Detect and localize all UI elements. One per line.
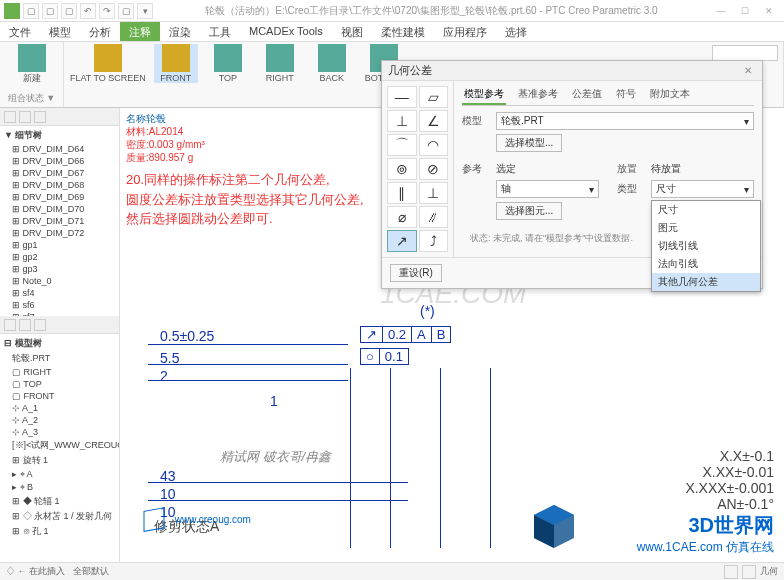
gtol-symbol[interactable]: — (387, 86, 417, 108)
qat-save[interactable]: ▢ (61, 3, 77, 19)
ribbon-right[interactable]: RIGHT (258, 44, 302, 83)
window-close[interactable]: ✕ (758, 4, 780, 18)
tab-mcadex[interactable]: MCADEx Tools (240, 22, 332, 41)
ribbon-new[interactable]: 新建 (6, 44, 57, 83)
qat-new[interactable]: ▢ (23, 3, 39, 19)
dropdown-option[interactable]: 图元 (652, 219, 760, 237)
place-type-dropdown[interactable]: 尺寸图元切线引线法向引线其他几何公差 (651, 200, 761, 292)
model-tree[interactable]: ⊟ 模型树 轮毂.PRT▢ RIGHT▢ TOP▢ FRONT⊹ A_1⊹ A_… (0, 334, 119, 562)
detail-tree-item[interactable]: ⊞ sf6 (2, 299, 117, 311)
dlg-tab-addtext[interactable]: 附加文本 (648, 85, 692, 105)
detail-tree-item[interactable]: ⊞ DRV_DIM_D66 (2, 155, 117, 167)
tab-view[interactable]: 视图 (332, 22, 372, 41)
model-tree-item[interactable]: ▢ TOP (2, 378, 117, 390)
detail-tree-item[interactable]: ⊞ DRV_DIM_D72 (2, 227, 117, 239)
tab-render[interactable]: 渲染 (160, 22, 200, 41)
dlg-tab-symbol[interactable]: 符号 (614, 85, 638, 105)
detail-tree-item[interactable]: ⊞ DRV_DIM_D69 (2, 191, 117, 203)
gtol-symbol[interactable]: ◠ (419, 134, 449, 156)
tree-tool-1[interactable] (4, 111, 16, 123)
detail-tree-item[interactable]: ⊞ DRV_DIM_D68 (2, 179, 117, 191)
model-tree-item[interactable]: ⊹ A_2 (2, 414, 117, 426)
model-tree-item[interactable]: 轮毂.PRT (2, 351, 117, 366)
select-model-button[interactable]: 选择模型... (496, 134, 562, 152)
detail-tree-item[interactable]: ⊞ DRV_DIM_D70 (2, 203, 117, 215)
dropdown-option[interactable]: 尺寸 (652, 201, 760, 219)
model-tree-item[interactable]: ⊞ 旋转 1 (2, 453, 117, 468)
tab-flex[interactable]: 柔性建模 (372, 22, 434, 41)
tree-tool-a[interactable] (4, 319, 16, 331)
place-type-select[interactable]: 尺寸▾ (651, 180, 754, 198)
gtol-symbol[interactable]: ⤴ (419, 230, 449, 252)
tab-apps[interactable]: 应用程序 (434, 22, 496, 41)
qat-undo[interactable]: ↶ (80, 3, 96, 19)
model-tree-item[interactable]: ▢ RIGHT (2, 366, 117, 378)
gtol-frame-2[interactable]: ○0.1 (360, 348, 409, 365)
model-tree-item[interactable]: ▸ ⌖ B (2, 481, 117, 494)
tree-tool-c[interactable] (34, 319, 46, 331)
qat-regen[interactable]: ▢ (118, 3, 134, 19)
tab-select[interactable]: 选择 (496, 22, 536, 41)
tab-tools[interactable]: 工具 (200, 22, 240, 41)
detail-tree-item[interactable]: ⊞ gp3 (2, 263, 117, 275)
model-tree-item[interactable]: ▸ ⌖ A (2, 468, 117, 481)
ref-type-select[interactable]: 轴▾ (496, 180, 599, 198)
detail-tree-item[interactable]: ⊞ gp1 (2, 239, 117, 251)
gtol-symbol[interactable]: ⊥ (419, 182, 449, 204)
window-min[interactable]: — (710, 4, 732, 18)
tab-model[interactable]: 模型 (40, 22, 80, 41)
ribbon-top[interactable]: TOP (206, 44, 250, 83)
ribbon-search-input[interactable] (712, 45, 778, 61)
ribbon-front[interactable]: FRONT (154, 44, 198, 83)
model-select[interactable]: 轮毂.PRT▾ (496, 112, 754, 130)
gtol-symbol[interactable]: ↗ (387, 230, 417, 252)
gtol-symbol[interactable]: ⌒ (387, 134, 417, 156)
qat-more[interactable]: ▾ (137, 3, 153, 19)
detail-tree-header[interactable]: ▼ 细节树 (2, 128, 117, 143)
gtol-symbol[interactable]: ⫽ (419, 206, 449, 228)
qat-open[interactable]: ▢ (42, 3, 58, 19)
app-icon[interactable] (4, 3, 20, 19)
dropdown-option[interactable]: 切线引线 (652, 237, 760, 255)
reset-button[interactable]: 重设(R) (390, 264, 442, 282)
tree-tool-b[interactable] (19, 319, 31, 331)
gtol-frame-1[interactable]: ↗0.2AB (360, 326, 451, 343)
qat-redo[interactable]: ↷ (99, 3, 115, 19)
gtol-symbol[interactable]: ∥ (387, 182, 417, 204)
select-entity-button[interactable]: 选择图元... (496, 202, 562, 220)
dlg-tab-modelref[interactable]: 模型参考 (462, 85, 506, 105)
detail-tree-item[interactable]: ⊞ gp2 (2, 251, 117, 263)
sb-ico[interactable] (742, 565, 756, 579)
dropdown-option[interactable]: 其他几何公差 (652, 273, 760, 291)
tab-analysis[interactable]: 分析 (80, 22, 120, 41)
ribbon-back[interactable]: BACK (310, 44, 354, 83)
tree-tool-3[interactable] (34, 111, 46, 123)
tab-file[interactable]: 文件 (0, 22, 40, 41)
tab-annotate[interactable]: 注释 (120, 22, 160, 41)
sb-filter[interactable]: 几何 (760, 565, 778, 579)
model-tree-header[interactable]: ⊟ 模型树 (2, 336, 117, 351)
ribbon-flat[interactable]: FLAT TO SCREEN (70, 44, 146, 83)
sb-item[interactable]: ♢ ← 在此插入 (6, 565, 65, 578)
model-tree-item[interactable]: [※]<试网_WWW_CREOUG_COM (2, 438, 117, 453)
gtol-symbol[interactable]: ⌀ (387, 206, 417, 228)
model-tree-item[interactable]: ⊹ A_3 (2, 426, 117, 438)
detail-tree-item[interactable]: ⊞ DRV_DIM_D67 (2, 167, 117, 179)
window-max[interactable]: ☐ (734, 4, 756, 18)
gtol-symbol[interactable]: ∠ (419, 110, 449, 132)
gtol-symbol[interactable]: ⊘ (419, 158, 449, 180)
detail-tree-item[interactable]: ⊞ DRV_DIM_D71 (2, 215, 117, 227)
detail-tree[interactable]: ▼ 细节树 ⊞ DRV_DIM_D64⊞ DRV_DIM_D66⊞ DRV_DI… (0, 126, 119, 316)
model-tree-item[interactable]: ▢ FRONT (2, 390, 117, 402)
tree-tool-2[interactable] (19, 111, 31, 123)
dropdown-option[interactable]: 法向引线 (652, 255, 760, 273)
dlg-tab-datum[interactable]: 基准参考 (516, 85, 560, 105)
model-tree-hdr[interactable] (0, 316, 119, 334)
gtol-symbol[interactable]: ▱ (419, 86, 449, 108)
gtol-symbol[interactable]: ⊥ (387, 110, 417, 132)
detail-tree-item[interactable]: ⊞ sf4 (2, 287, 117, 299)
model-tree-item[interactable]: ⊹ A_1 (2, 402, 117, 414)
model-tree-item[interactable]: ⊞ ◆ 轮辐 1 (2, 494, 117, 509)
model-tree-item[interactable]: ⊞ ⊙ 孔 1 (2, 524, 117, 539)
detail-tree-item[interactable]: ⊞ DRV_DIM_D64 (2, 143, 117, 155)
